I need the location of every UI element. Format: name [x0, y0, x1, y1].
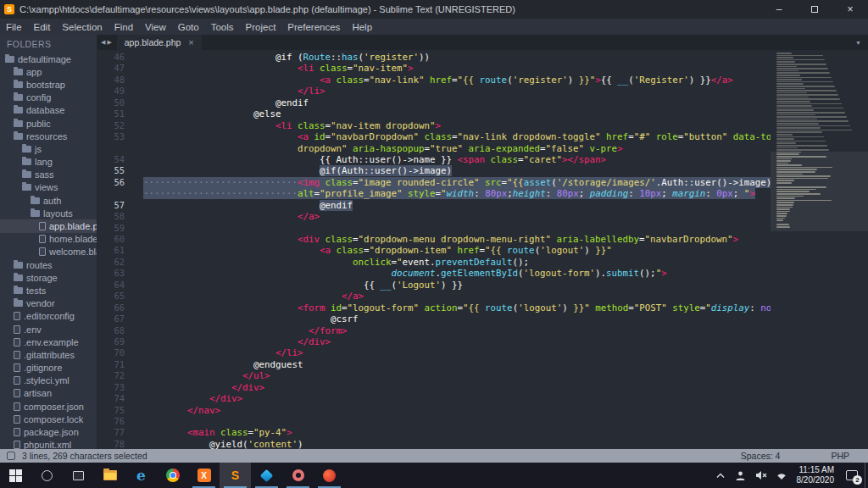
app-ring-button[interactable]: [282, 463, 314, 488]
app-diamond-button[interactable]: [251, 463, 282, 488]
code-line-47[interactable]: 47<li class="nav-item">: [97, 63, 771, 74]
code-line-77[interactable]: 77<main class="py-4">: [97, 427, 771, 438]
tree-item-bootstrap[interactable]: bootstrap: [0, 78, 97, 91]
menu-file[interactable]: File: [0, 22, 28, 32]
code-line-59[interactable]: 59: [97, 223, 771, 234]
code-editor[interactable]: 46@if (Route::has('register'))47<li clas…: [97, 50, 771, 449]
status-panel-icon[interactable]: [7, 452, 15, 460]
tree-item-js[interactable]: js: [0, 142, 97, 155]
minimize-button[interactable]: –: [761, 0, 797, 19]
code-line-66[interactable]: 66<form id="logout-form" action="{{ rout…: [97, 302, 771, 313]
menu-preferences[interactable]: Preferences: [281, 22, 346, 32]
tab-app-blade-php[interactable]: app.blade.php: [117, 35, 202, 50]
tree-item-defaultimage[interactable]: defaultimage: [0, 53, 97, 65]
tree-item-auth[interactable]: auth: [0, 194, 97, 207]
code-line-75[interactable]: 75</nav>: [97, 405, 771, 416]
status-syntax[interactable]: PHP: [831, 451, 849, 461]
code-line-78[interactable]: 78@yield('content'): [97, 439, 771, 449]
start-button[interactable]: [0, 463, 31, 488]
code-line-wrap[interactable]: dropdown" aria-haspopup="true" aria-expa…: [97, 143, 771, 154]
hidden-icons-button[interactable]: [710, 463, 731, 488]
code-line-62[interactable]: 62onclick="event.preventDefault();: [97, 257, 771, 268]
tree-item-config[interactable]: config: [0, 92, 97, 104]
tree-item-.env[interactable]: .env: [0, 323, 97, 336]
xampp-button[interactable]: [188, 463, 220, 488]
code-line-71[interactable]: 71@endguest: [97, 359, 771, 370]
menu-view[interactable]: View: [139, 22, 172, 32]
tree-item-app[interactable]: app: [0, 65, 97, 78]
code-line-76[interactable]: 76: [97, 416, 771, 427]
code-line-61[interactable]: 61<a class="dropdown-item" href="{{ rout…: [97, 245, 771, 256]
tree-item-database[interactable]: database: [0, 104, 97, 117]
code-line-74[interactable]: 74</div>: [97, 393, 771, 404]
code-line-72[interactable]: 72</ul>: [97, 370, 771, 381]
code-line-51[interactable]: 51@else: [97, 108, 771, 119]
close-button[interactable]: ×: [832, 0, 868, 19]
code-line-67[interactable]: 67@csrf: [97, 313, 771, 324]
tab-prev-icon[interactable]: ◀: [101, 39, 105, 46]
tree-item-.gitattributes[interactable]: .gitattributes: [0, 348, 97, 361]
task-view-button[interactable]: [63, 463, 94, 488]
code-line-49[interactable]: 49</li>: [97, 86, 771, 97]
menu-project[interactable]: Project: [240, 22, 282, 32]
app-red-button[interactable]: [314, 463, 345, 488]
tab-next-icon[interactable]: ▶: [107, 39, 111, 46]
code-line-55[interactable]: 55@if(Auth::user()->image): [97, 165, 771, 176]
action-center-button[interactable]: 2: [839, 463, 865, 488]
chrome-button[interactable]: [157, 463, 188, 488]
code-line-63[interactable]: 63document.getElementById('logout-form')…: [97, 268, 771, 279]
tree-item-composer.json[interactable]: composer.json: [0, 400, 97, 413]
tree-item-public[interactable]: public: [0, 117, 97, 130]
status-indentation[interactable]: Spaces: 4: [741, 451, 781, 461]
tree-item-.editorconfig[interactable]: .editorconfig: [0, 310, 97, 323]
tree-item-tests[interactable]: tests: [0, 284, 97, 297]
tree-item-layouts[interactable]: layouts: [0, 207, 97, 219]
tab-overflow-icon[interactable]: ▼: [849, 35, 868, 50]
code-line-46[interactable]: 46@if (Route::has('register')): [97, 52, 771, 63]
code-line-68[interactable]: 68</form>: [97, 325, 771, 336]
code-line-57[interactable]: 57@endif: [97, 200, 771, 211]
menu-find[interactable]: Find: [108, 22, 139, 32]
minimap[interactable]: [771, 50, 868, 449]
tree-item-composer.lock[interactable]: composer.lock: [0, 413, 97, 425]
code-line-73[interactable]: 73</div>: [97, 382, 771, 393]
network-tray-button[interactable]: [771, 463, 792, 488]
code-line-58[interactable]: 58</a>: [97, 211, 771, 222]
code-line-60[interactable]: 60<div class="dropdown-menu dropdown-men…: [97, 234, 771, 245]
tree-item-sass[interactable]: sass: [0, 169, 97, 181]
code-line-69[interactable]: 69</div>: [97, 336, 771, 347]
volume-tray-button[interactable]: [751, 463, 771, 488]
code-line-64[interactable]: 64{{ __('Logout') }}: [97, 280, 771, 291]
menu-goto[interactable]: Goto: [172, 22, 205, 32]
code-line-65[interactable]: 65</a>: [97, 291, 771, 302]
tree-item-storage[interactable]: storage: [0, 271, 97, 284]
tree-item-phpunit.xml[interactable]: phpunit.xml: [0, 439, 97, 449]
menu-edit[interactable]: Edit: [28, 22, 57, 32]
code-line-53[interactable]: 53<a id="navbarDropdown" class="nav-link…: [97, 131, 771, 142]
tree-item-resources[interactable]: resources: [0, 130, 97, 142]
code-line-70[interactable]: 70</li>: [97, 347, 771, 358]
menu-tools[interactable]: Tools: [205, 22, 240, 32]
code-line-48[interactable]: 48<a class="nav-link" href="{{ route('re…: [97, 75, 771, 86]
tree-item-.gitignore[interactable]: .gitignore: [0, 362, 97, 374]
file-explorer-button[interactable]: [94, 463, 125, 488]
tree-item-lang[interactable]: lang: [0, 156, 97, 169]
search-button[interactable]: [31, 463, 63, 488]
code-line-50[interactable]: 50@endif: [97, 97, 771, 108]
tab-close-icon[interactable]: [188, 38, 193, 47]
tree-item-artisan[interactable]: artisan: [0, 387, 97, 400]
maximize-button[interactable]: [797, 0, 832, 19]
people-tray-button[interactable]: [731, 463, 751, 488]
tree-item-.env.example[interactable]: .env.example: [0, 336, 97, 348]
sublime-taskbar-button[interactable]: [220, 463, 251, 488]
tree-item-.styleci.yml[interactable]: .styleci.yml: [0, 374, 97, 387]
tree-item-package.json[interactable]: package.json: [0, 425, 97, 438]
tree-item-vendor[interactable]: vendor: [0, 297, 97, 310]
code-line-52[interactable]: 52<li class="nav-item dropdown">: [97, 120, 771, 131]
menu-selection[interactable]: Selection: [56, 22, 108, 32]
tree-item-home.blade.php[interactable]: home.blade.php: [0, 233, 97, 246]
taskbar-clock[interactable]: 11:15 AM 8/20/2020: [792, 465, 840, 486]
code-line-wrap[interactable]: ····························alt="profile…: [97, 188, 771, 199]
show-desktop-button[interactable]: [865, 463, 868, 488]
code-line-54[interactable]: 54{{ Auth::user()->name }} <span class="…: [97, 154, 771, 165]
